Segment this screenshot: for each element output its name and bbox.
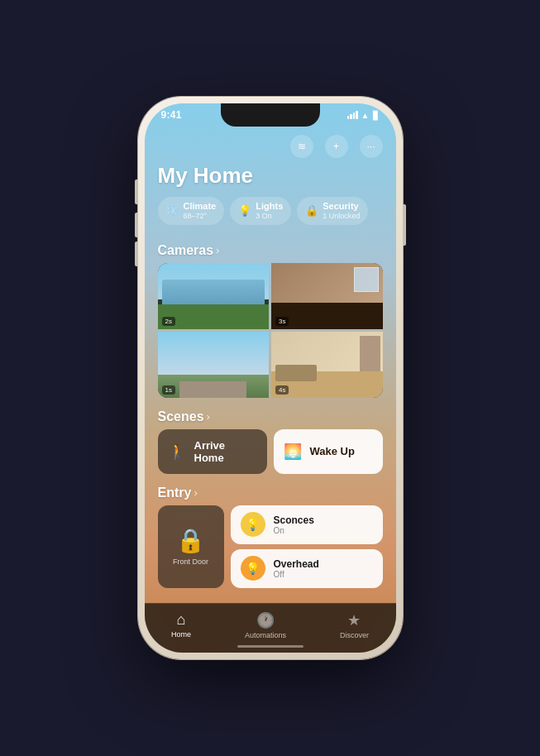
overhead-name: Overhead xyxy=(274,558,319,570)
arrive-home-icon: 🚶 xyxy=(168,443,186,461)
sconces-card[interactable]: 💡 Sconces On xyxy=(231,505,383,544)
signal-icon xyxy=(347,111,358,119)
discover-nav-icon: ★ xyxy=(347,611,361,629)
ellipsis-icon: ··· xyxy=(366,141,375,152)
more-button[interactable]: ··· xyxy=(360,135,383,158)
discover-nav-label: Discover xyxy=(340,631,369,639)
lights-sub: 3 On xyxy=(256,212,283,221)
cameras-chevron-icon: › xyxy=(216,244,219,256)
entry-title: Entry xyxy=(158,486,192,500)
scenes-row: 🚶 Arrive Home 🌅 Wake Up xyxy=(145,429,396,474)
camera-cell-3[interactable]: 1s xyxy=(158,332,270,398)
camera-2-timestamp: 3s xyxy=(275,317,289,326)
cameras-title: Cameras xyxy=(158,243,214,258)
home-nav-icon: ⌂ xyxy=(177,611,186,629)
sconces-icon: 💡 xyxy=(241,512,265,537)
notch xyxy=(221,103,320,127)
automations-nav-icon: 🕐 xyxy=(256,611,275,629)
entry-chevron-icon: › xyxy=(194,486,197,499)
camera-cell-2[interactable]: 3s xyxy=(271,263,383,329)
camera-cell-1[interactable]: 2s xyxy=(158,263,270,329)
climate-icon: ❄️ xyxy=(166,204,179,217)
waveform-icon: ≋ xyxy=(298,141,306,152)
overhead-card[interactable]: 💡 Overhead Off xyxy=(231,549,383,588)
automations-nav-label: Automations xyxy=(245,631,286,639)
camera-1-timestamp: 2s xyxy=(162,317,175,326)
security-sub: 1 Unlocked xyxy=(323,212,360,221)
wifi-icon: ▲ xyxy=(361,111,370,120)
security-label: Security xyxy=(323,201,360,212)
page-title: My Home xyxy=(158,163,383,189)
front-door-lock[interactable]: 🔒 Front Door xyxy=(158,505,224,588)
status-time: 9:41 xyxy=(161,109,182,121)
header: ≋ + ··· My Home ❄️ Climate xyxy=(145,127,396,238)
climate-label: Climate xyxy=(184,201,217,212)
camera-4-timestamp: 4s xyxy=(275,385,289,395)
category-chips: ❄️ Climate 68–72° 💡 Lights 3 On xyxy=(158,197,383,225)
arrive-home-label: Arrive Home xyxy=(194,439,257,464)
add-button[interactable]: + xyxy=(325,135,348,158)
sconces-status: On xyxy=(274,526,314,535)
scenes-section-header[interactable]: Scenes › xyxy=(145,404,396,429)
waveform-button[interactable]: ≋ xyxy=(290,135,313,158)
plus-icon: + xyxy=(333,141,339,152)
home-nav-label: Home xyxy=(171,630,191,639)
scene-wake-up[interactable]: 🌅 Wake Up xyxy=(274,429,383,474)
header-actions: ≋ + ··· xyxy=(158,135,383,158)
status-icons: ▲ ▊ xyxy=(347,111,380,120)
main-content: ≋ + ··· My Home ❄️ Climate xyxy=(145,127,396,653)
security-icon: 🔒 xyxy=(305,204,318,217)
entry-devices: 💡 Sconces On 💡 Overhead Off xyxy=(231,505,383,588)
camera-grid: 2s 3s 1s xyxy=(158,263,383,398)
sconces-name: Sconces xyxy=(274,514,314,526)
camera-3-timestamp: 1s xyxy=(162,385,175,395)
entry-section-header[interactable]: Entry › xyxy=(145,481,396,505)
phone-device: 9:41 ▲ ▊ ≋ xyxy=(138,97,403,659)
scene-arrive-home[interactable]: 🚶 Arrive Home xyxy=(158,429,267,474)
lights-icon: 💡 xyxy=(238,204,251,217)
lock-icon: 🔒 xyxy=(176,527,205,554)
battery-icon: ▊ xyxy=(373,111,380,120)
cameras-section-header[interactable]: Cameras › xyxy=(145,238,396,263)
overhead-icon: 💡 xyxy=(241,556,265,581)
nav-home[interactable]: ⌂ Home xyxy=(171,611,191,639)
scenes-title: Scenes xyxy=(158,409,204,424)
overhead-status: Off xyxy=(274,570,319,579)
wake-up-icon: 🌅 xyxy=(284,443,302,461)
front-door-label: Front Door xyxy=(173,557,208,567)
chip-climate[interactable]: ❄️ Climate 68–72° xyxy=(158,197,225,225)
chip-security[interactable]: 🔒 Security 1 Unlocked xyxy=(297,197,368,225)
nav-discover[interactable]: ★ Discover xyxy=(340,611,369,639)
wake-up-label: Wake Up xyxy=(310,445,355,457)
chip-lights[interactable]: 💡 Lights 3 On xyxy=(230,197,291,225)
entry-row: 🔒 Front Door 💡 Sconces On 💡 Ove xyxy=(145,505,396,588)
climate-sub: 68–72° xyxy=(184,212,217,221)
phone-screen: 9:41 ▲ ▊ ≋ xyxy=(145,103,396,653)
camera-cell-4[interactable]: 4s xyxy=(271,332,383,398)
lights-label: Lights xyxy=(256,201,283,212)
home-indicator xyxy=(237,645,303,648)
nav-automations[interactable]: 🕐 Automations xyxy=(245,611,286,639)
scenes-chevron-icon: › xyxy=(207,410,210,423)
